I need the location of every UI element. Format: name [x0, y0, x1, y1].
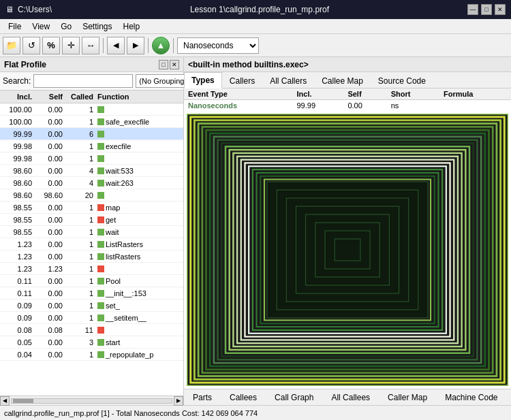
cell-func	[95, 265, 183, 272]
table-row[interactable]: 0.08 0.08 11	[0, 324, 183, 336]
tab-types[interactable]: Types	[184, 72, 222, 88]
title-bar-left: 🖥 C:\Users\	[5, 5, 52, 14]
cell-func	[95, 131, 183, 138]
search-label: Search:	[3, 76, 31, 86]
menu-file[interactable]: File	[3, 20, 27, 33]
panel-close-button[interactable]: ✕	[170, 60, 179, 69]
table-row[interactable]: 98.60 0.00 4 wait:263	[0, 177, 183, 189]
cell-self: 0.00	[34, 240, 65, 248]
scroll-right-button[interactable]: ▶	[174, 396, 183, 406]
table-row[interactable]: 98.55 0.00 1 wait	[0, 226, 183, 238]
cell-called: 11	[65, 326, 95, 334]
menu-help[interactable]: Help	[118, 20, 146, 33]
func-color-indicator	[97, 339, 104, 346]
cell-incl: 98.60	[0, 191, 34, 199]
forward-button[interactable]: ▶	[127, 37, 144, 54]
tab-callers[interactable]: Callers	[222, 72, 262, 88]
menu-view[interactable]: View	[27, 20, 55, 33]
tab-source-code[interactable]: Source Code	[371, 72, 433, 88]
table-row[interactable]: 1.23 1.23 1	[0, 263, 183, 275]
toolbar: 📁 ↺ % ✛ ↔ ◀ ▶ ▲ Nanoseconds Instructions…	[0, 34, 511, 57]
tab-all-callers[interactable]: All Callers	[262, 72, 314, 88]
search-input[interactable]	[33, 74, 133, 88]
main-area: Flat Profile □ ✕ Search: (No Grouping) I…	[0, 57, 511, 405]
event-col-type: Event Type	[184, 88, 292, 100]
bottom-tab-machine-code[interactable]: Machine Code	[436, 389, 506, 406]
table-row[interactable]: 0.11 0.00 1 __init__:153	[0, 287, 183, 300]
cell-func: wait	[95, 228, 183, 236]
scroll-thumb[interactable]	[13, 399, 33, 403]
table-row[interactable]: 98.55 0.00 1 map	[0, 201, 183, 214]
close-button[interactable]: ✕	[495, 4, 506, 15]
menu-go[interactable]: Go	[55, 20, 77, 33]
reload-button[interactable]: ↺	[22, 37, 40, 54]
percent-button[interactable]: %	[42, 37, 60, 54]
bottom-tab-caller-map[interactable]: Caller Map	[379, 389, 436, 406]
search-bar: Search: (No Grouping)	[0, 72, 183, 91]
maximize-button[interactable]: □	[481, 4, 492, 15]
table-row[interactable]: 98.60 0.00 4 wait:533	[0, 165, 183, 177]
table-row[interactable]: 0.11 0.00 1 Pool	[0, 275, 183, 287]
cell-incl: 99.98	[0, 142, 34, 150]
table-body[interactable]: 100.00 0.00 1 100.00 0.00 1 safe_execfil…	[0, 103, 183, 395]
cell-self: 0.00	[34, 277, 65, 285]
open-button[interactable]: 📁	[3, 37, 20, 54]
cell-self: 0.00	[34, 118, 65, 126]
toolbar-separator-3	[173, 38, 174, 53]
table-row[interactable]: 100.00 0.00 1 safe_execfile	[0, 116, 183, 128]
table-row[interactable]: 1.23 0.00 1 listRasters	[0, 251, 183, 263]
tab-callee-map[interactable]: Callee Map	[314, 72, 371, 88]
table-row[interactable]: 98.60 98.60 20	[0, 189, 183, 201]
scroll-track[interactable]	[11, 398, 172, 404]
cell-self: 98.60	[34, 191, 65, 199]
cell-incl: 1.23	[0, 253, 34, 261]
event-self-cell: 0.00	[343, 100, 386, 112]
bottom-tab-all-callees[interactable]: All Callees	[322, 389, 379, 406]
event-incl-cell: 99.99	[292, 100, 343, 112]
menu-bar: File View Go Settings Help	[0, 19, 511, 34]
cell-called: 4	[65, 167, 95, 175]
scroll-left-button[interactable]: ◀	[0, 396, 10, 406]
cell-func	[95, 192, 183, 199]
table-row[interactable]: 100.00 0.00 1	[0, 103, 183, 116]
table-row[interactable]: 98.55 0.00 1 get	[0, 214, 183, 226]
cell-incl: 99.98	[0, 155, 34, 163]
toolbar-separator-1	[103, 38, 104, 53]
cell-func: __setitem__	[95, 314, 183, 322]
move-button[interactable]: ✛	[62, 37, 80, 54]
cell-called: 1	[65, 253, 95, 261]
compare-button[interactable]: ↔	[82, 37, 99, 54]
flat-profile-header: Flat Profile □ ✕	[0, 57, 183, 72]
table-row[interactable]: 0.09 0.00 1 __setitem__	[0, 312, 183, 324]
status-bar: callgrind.profile_run_mp.prof [1] - Tota…	[0, 405, 511, 420]
cell-func: execfile	[95, 142, 183, 150]
table-row[interactable]: 1.23 0.00 1 ListRasters	[0, 238, 183, 251]
bottom-tab-parts[interactable]: Parts	[184, 389, 221, 406]
table-row[interactable]: 0.05 0.00 3 start	[0, 336, 183, 349]
func-color-indicator	[97, 143, 104, 150]
cell-self: 0.00	[34, 302, 65, 310]
func-color-indicator	[97, 290, 104, 297]
table-row[interactable]: 99.98 0.00 1	[0, 152, 183, 165]
cell-called: 1	[65, 351, 95, 359]
right-panel: <built-in method builtins.exec> Types Ca…	[184, 57, 511, 405]
menu-settings[interactable]: Settings	[77, 20, 117, 33]
horizontal-scrollbar[interactable]: ◀ ▶	[0, 395, 183, 405]
bottom-tab-callees[interactable]: Callees	[221, 389, 266, 406]
cell-self: 0.00	[34, 228, 65, 236]
panel-detach-button[interactable]: □	[159, 60, 168, 69]
cell-self: 0.00	[34, 216, 65, 224]
go-button[interactable]: ▲	[152, 37, 170, 54]
bottom-tab-call-graph[interactable]: Call Graph	[266, 389, 322, 406]
table-row[interactable]: 99.98 0.00 1 execfile	[0, 140, 183, 152]
cell-func: wait:533	[95, 167, 183, 175]
cell-self: 0.00	[34, 155, 65, 163]
table-row[interactable]: 0.09 0.00 1 set_	[0, 300, 183, 312]
minimize-button[interactable]: —	[467, 4, 478, 15]
event-col-short: Short	[387, 88, 439, 100]
back-button[interactable]: ◀	[107, 37, 125, 54]
table-row[interactable]: 0.04 0.00 1 _repopulate_p	[0, 349, 183, 361]
table-row[interactable]: 99.99 0.00 6	[0, 128, 183, 140]
units-dropdown[interactable]: Nanoseconds Instructions Cycles	[177, 37, 259, 54]
title-bar: 🖥 C:\Users\ Lesson 1\callgrind.profile_r…	[0, 0, 511, 19]
